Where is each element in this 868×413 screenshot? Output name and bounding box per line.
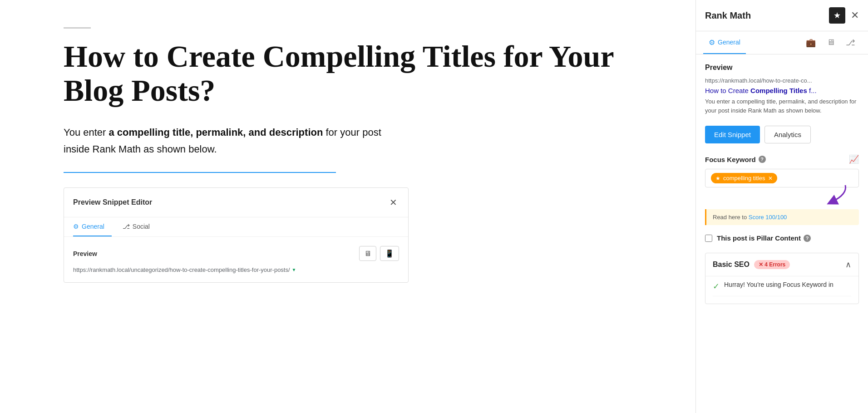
basic-seo-title: Basic SEO <box>713 261 750 269</box>
pillar-content-label-text: This post is Pillar Content <box>717 234 801 242</box>
excerpt-bold: a compelling title, permalink, and descr… <box>109 127 323 138</box>
desktop-preview-button[interactable]: 🖥 <box>359 246 376 261</box>
pillar-content-label: This post is Pillar Content ? <box>717 234 811 242</box>
social-icon: ⎇ <box>123 223 130 230</box>
excerpt-prefix: You enter <box>64 127 109 138</box>
focus-keyword-header: Focus Keyword ? 📈 <box>705 154 859 164</box>
snippet-preview-label-text: Preview <box>73 250 97 257</box>
focus-keyword-underline <box>64 172 336 173</box>
snippet-tabs: ⚙ General ⎇ Social <box>64 217 408 237</box>
basic-seo-header[interactable]: Basic SEO ✕ 4 Errors ∧ <box>705 253 858 276</box>
purple-arrow-icon <box>814 183 850 207</box>
sidebar-nav-general-label: General <box>718 39 740 46</box>
score-link[interactable]: Score 100/100 <box>749 214 787 221</box>
pillar-content-checkbox[interactable] <box>705 235 712 242</box>
snippet-preview-icons: 🖥 📱 <box>359 246 399 261</box>
pillar-content-help-icon[interactable]: ? <box>804 235 811 242</box>
sidebar-preview-section: Preview https://rankmath.local/how-to-cr… <box>705 64 859 115</box>
snippet-body: Preview 🖥 📱 https://rankmath.local/uncat… <box>64 237 408 282</box>
briefcase-nav-icon[interactable]: 💼 <box>804 31 818 54</box>
monitor-nav-icon[interactable]: 🖥 <box>825 31 837 54</box>
sidebar-preview-description: You enter a compelling title, permalink,… <box>705 97 859 115</box>
basic-seo-left: Basic SEO ✕ 4 Errors <box>713 260 790 269</box>
post-excerpt: You enter a compelling title, permalink,… <box>64 124 381 158</box>
focus-keyword-label: Focus Keyword ? <box>705 156 766 163</box>
trend-chart-icon[interactable]: 📈 <box>849 154 859 164</box>
preview-title-plain: How to Create <box>705 87 750 94</box>
action-buttons: Edit Snippet Analytics <box>705 126 859 143</box>
share-nav-icon[interactable]: ⎇ <box>844 31 857 54</box>
seo-check-item: ✓ Hurray! You're using Focus Keyword in <box>713 276 851 296</box>
basic-seo-section: Basic SEO ✕ 4 Errors ∧ ✓ Hurray! You're … <box>705 253 859 304</box>
snippet-editor-header: Preview Snippet Editor ✕ <box>64 188 408 217</box>
post-divider <box>64 27 91 29</box>
check-green-icon: ✓ <box>713 281 720 291</box>
keyword-remove-icon[interactable]: ✕ <box>768 175 773 182</box>
gear-icon: ⚙ <box>73 223 79 230</box>
focus-keyword-help-icon[interactable]: ? <box>759 156 766 163</box>
focus-keyword-section: Focus Keyword ? 📈 ★ compelling titles ✕ <box>705 154 859 225</box>
rank-math-sidebar: Rank Math ★ ✕ ⚙ General 💼 🖥 ⎇ Preview ht… <box>695 0 868 413</box>
snippet-tab-general-label: General <box>82 223 104 230</box>
score-info-box: Read here to Score 100/100 <box>705 209 859 225</box>
snippet-editor-title: Preview Snippet Editor <box>73 198 152 206</box>
sidebar-preview-url: https://rankmath.local/how-to-create-co.… <box>705 77 859 84</box>
arrow-annotation <box>705 183 859 206</box>
sidebar-nav: ⚙ General 💼 🖥 ⎇ <box>696 31 868 54</box>
sidebar-header: Rank Math ★ ✕ <box>696 0 868 31</box>
sidebar-nav-general[interactable]: ⚙ General <box>703 32 746 54</box>
sidebar-nav-extra: 💼 🖥 ⎇ <box>800 31 861 54</box>
snippet-url: https://rankmath.local/uncategorized/how… <box>73 266 399 273</box>
sidebar-header-icons: ★ ✕ <box>829 7 859 24</box>
dropdown-arrow-icon: ▼ <box>292 267 296 272</box>
preview-title-bold: Compelling Titles <box>750 87 807 94</box>
general-nav-icon: ⚙ <box>709 38 715 47</box>
sidebar-preview-title: Preview <box>705 64 859 72</box>
snippet-editor: Preview Snippet Editor ✕ ⚙ General ⎇ Soc… <box>64 187 409 283</box>
sidebar-title: Rank Math <box>705 10 751 21</box>
basic-seo-content: ✓ Hurray! You're using Focus Keyword in <box>705 276 858 304</box>
chevron-up-icon: ∧ <box>845 260 851 270</box>
keyword-tag-text: compelling titles <box>723 175 765 182</box>
keyword-tag: ★ compelling titles ✕ <box>711 173 777 183</box>
score-info-text: Read here to <box>713 214 749 221</box>
focus-keyword-label-text: Focus Keyword <box>705 156 756 163</box>
keyword-star-icon: ★ <box>715 175 720 182</box>
post-title: How to Create Compelling Titles for Your… <box>64 39 659 108</box>
snippet-close-button[interactable]: ✕ <box>388 195 399 210</box>
analytics-button[interactable]: Analytics <box>764 126 811 143</box>
pillar-content-row: This post is Pillar Content ? <box>705 234 859 242</box>
snippet-tab-social-label: Social <box>133 223 150 230</box>
preview-title-suffix: f... <box>807 87 817 94</box>
sidebar-preview-page-title: How to Create Compelling Titles f... <box>705 87 859 94</box>
mobile-preview-button[interactable]: 📱 <box>380 246 399 261</box>
sidebar-close-button[interactable]: ✕ <box>851 10 859 21</box>
snippet-preview-row: Preview 🖥 📱 <box>73 246 399 261</box>
snippet-tab-social[interactable]: ⎇ Social <box>123 217 157 236</box>
main-content-area: How to Create Compelling Titles for Your… <box>0 0 695 413</box>
check-text: Hurray! You're using Focus Keyword in <box>724 281 833 288</box>
sidebar-content: Preview https://rankmath.local/how-to-cr… <box>696 54 868 413</box>
star-button[interactable]: ★ <box>829 7 845 24</box>
snippet-tab-general[interactable]: ⚙ General <box>73 217 112 236</box>
error-badge: ✕ 4 Errors <box>754 260 790 269</box>
edit-snippet-button[interactable]: Edit Snippet <box>705 126 760 143</box>
snippet-url-text: https://rankmath.local/uncategorized/how… <box>73 266 290 273</box>
